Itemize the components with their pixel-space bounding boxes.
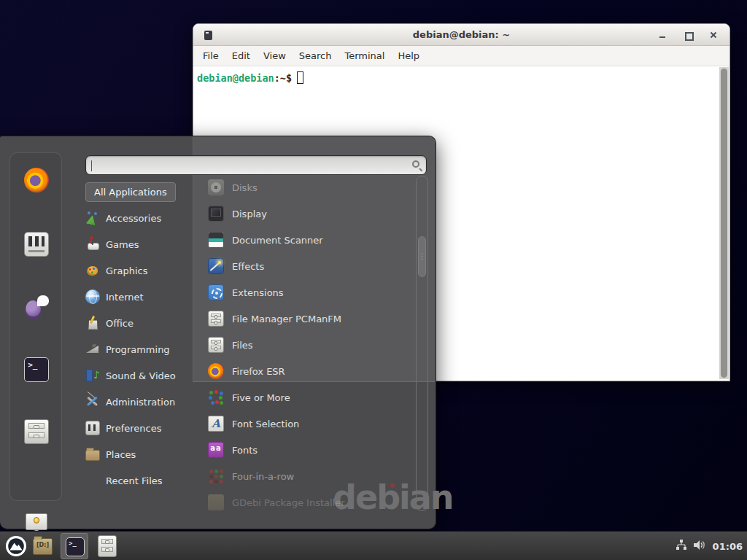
network-icon[interactable]: [676, 540, 687, 553]
games-icon: [85, 237, 100, 252]
menu-edit[interactable]: Edit: [225, 47, 257, 64]
terminal-icon[interactable]: >_: [24, 357, 49, 382]
app-item-effects[interactable]: Effects: [208, 253, 414, 279]
favorites-sidebar: >_: [9, 152, 62, 501]
terminal-titlebar[interactable]: debian@debian: ~: [193, 24, 729, 46]
prompt-path: :~$: [274, 72, 292, 84]
search-input[interactable]: [92, 158, 406, 173]
app-item-file-manager-pcmanfm[interactable]: File Manager PCManFM: [208, 306, 414, 332]
internet-icon: [85, 289, 100, 304]
disks-icon: [208, 179, 224, 195]
terminal-window-title: debian@debian: ~: [193, 29, 729, 40]
places-icon: [85, 450, 100, 461]
file-cabinet-icon: [208, 337, 224, 353]
extensions-icon: [208, 284, 224, 300]
category-item-all-applications[interactable]: All Applications: [82, 179, 196, 205]
menu-help[interactable]: Help: [391, 47, 426, 64]
category-item-preferences[interactable]: Preferences: [82, 415, 196, 441]
taskbar: [D:] >_ 01:06: [0, 531, 747, 560]
category-item-graphics[interactable]: Graphics: [82, 257, 196, 284]
category-list: All Applications Accessories Games Graph…: [82, 179, 196, 494]
close-button[interactable]: [709, 31, 718, 39]
five-or-more-icon: [208, 389, 224, 405]
app-item-extensions[interactable]: Extensions: [208, 279, 414, 306]
app-item-firefox-esr[interactable]: Firefox ESR: [208, 358, 414, 384]
menu-search-box[interactable]: [85, 155, 427, 175]
category-item-recent-files[interactable]: Recent Files: [82, 467, 196, 494]
firefox-icon: [208, 363, 224, 379]
folder-emblem: [D:]: [34, 542, 52, 548]
app-item-files[interactable]: Files: [208, 332, 414, 358]
programming-icon: [85, 342, 100, 357]
category-item-programming[interactable]: Programming: [82, 336, 196, 362]
office-icon: [85, 316, 100, 330]
category-item-accessories[interactable]: Accessories: [82, 205, 196, 231]
terminal-scrollbar-thumb[interactable]: [721, 69, 727, 378]
four-in-a-row-icon: [208, 468, 224, 484]
terminal-cursor: [297, 71, 303, 84]
clock[interactable]: 01:06: [713, 541, 743, 552]
sound-video-icon: [85, 368, 100, 383]
administration-icon: [85, 394, 100, 409]
menu-view[interactable]: View: [257, 47, 293, 64]
file-cabinet-icon: [208, 311, 224, 327]
maximize-button[interactable]: [684, 31, 692, 39]
selected-category-pill: All Applications: [85, 182, 176, 202]
document-scanner-icon: [208, 232, 224, 248]
category-item-administration[interactable]: Administration: [82, 389, 196, 415]
application-list: Disks Display Document Scanner Effects E…: [208, 174, 414, 516]
search-icon: [412, 160, 419, 168]
graphics-icon: [85, 263, 100, 278]
menu-terminal[interactable]: Terminal: [338, 47, 391, 64]
mixer-icon[interactable]: [24, 232, 49, 257]
gdebi-icon: [208, 494, 224, 510]
app-item-font-selection[interactable]: A Font Selection: [208, 411, 414, 437]
firefox-icon[interactable]: [24, 168, 49, 192]
category-item-internet[interactable]: Internet: [82, 284, 196, 310]
terminal-menubar: File Edit View Search Terminal Help: [193, 46, 729, 66]
font-selection-icon: A: [208, 416, 224, 432]
terminal-launcher-active[interactable]: >_: [61, 533, 88, 559]
app-item-gdebi-package-installer[interactable]: GDebi Package Installer: [208, 489, 414, 516]
home-folder-launcher[interactable]: [D:]: [33, 538, 53, 555]
application-menu: debian >_ All Applications Accessories G…: [0, 136, 436, 529]
effects-icon: [208, 258, 224, 274]
category-item-places[interactable]: Places: [82, 441, 196, 467]
prompt-user-host: debian@debian: [197, 72, 274, 84]
category-item-sound-video[interactable]: Sound & Video: [82, 362, 196, 389]
shell-prompt: debian@debian:~$: [197, 71, 303, 84]
app-item-five-or-more[interactable]: Five or More: [208, 384, 414, 411]
category-item-office[interactable]: Office: [82, 310, 196, 336]
file-cabinet-icon[interactable]: [24, 419, 49, 444]
system-tray: 01:06: [676, 532, 743, 560]
menu-scrollbar-thumb[interactable]: ⋮: [418, 236, 426, 277]
volume-icon[interactable]: [694, 540, 706, 553]
menu-file[interactable]: File: [196, 47, 225, 64]
app-item-disks[interactable]: Disks: [208, 174, 414, 201]
app-item-four-in-a-row[interactable]: Four-in-a-row: [208, 463, 414, 489]
menu-button[interactable]: [5, 535, 27, 557]
menu-scrollbar[interactable]: ⋮: [416, 176, 428, 511]
pidgin-icon[interactable]: [24, 295, 49, 319]
terminal-icon: >_: [66, 537, 85, 556]
app-item-document-scanner[interactable]: Document Scanner: [208, 227, 414, 253]
file-manager-launcher[interactable]: [98, 535, 117, 557]
minimize-button[interactable]: [658, 31, 667, 39]
category-item-games[interactable]: Games: [82, 231, 196, 257]
app-item-fonts[interactable]: aa Fonts: [208, 437, 414, 463]
preferences-icon: [85, 421, 100, 435]
menu-search[interactable]: Search: [293, 47, 338, 64]
app-item-display[interactable]: Display: [208, 201, 414, 227]
accessories-icon: [85, 211, 100, 225]
fonts-icon: aa: [208, 442, 224, 458]
terminal-scrollbar[interactable]: [719, 67, 729, 379]
display-icon: [208, 206, 224, 222]
